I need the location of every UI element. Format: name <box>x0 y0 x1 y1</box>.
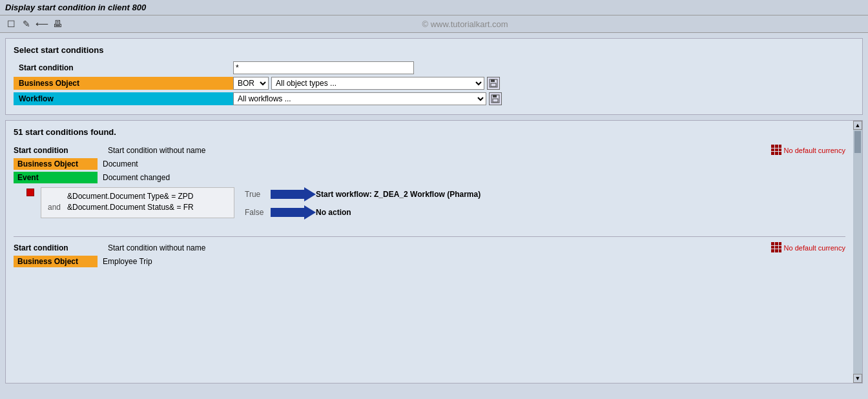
edit-icon[interactable]: ✎ <box>21 18 32 30</box>
result-1-false-arrow <box>271 205 316 220</box>
print-icon[interactable]: 🖶 <box>52 18 63 30</box>
result-1-false-label: False <box>245 208 271 217</box>
scroll-down-arrow[interactable]: ▼ <box>853 374 862 383</box>
svg-rect-10 <box>775 148 778 151</box>
svg-rect-5 <box>493 99 498 102</box>
result-2-no-default-text: No default currency <box>784 244 845 252</box>
svg-marker-16 <box>271 205 316 220</box>
result-2-sc-value: Start condition without name <box>108 243 205 252</box>
no-default-icon-grid-2 <box>771 242 781 254</box>
svg-rect-1 <box>491 79 495 82</box>
result-divider <box>14 236 845 237</box>
result-1-no-default-text: No default currency <box>784 147 845 154</box>
svg-rect-2 <box>491 83 496 87</box>
result-1-cond-2-conn: and <box>48 203 67 212</box>
title-text: Display start condition in client 800 <box>5 3 146 12</box>
scroll-track <box>853 154 862 374</box>
svg-rect-17 <box>771 242 774 245</box>
business-object-controls: BOR All object types ... <box>233 77 854 90</box>
workflow-dropdown[interactable]: All workflows ... <box>233 92 486 105</box>
workflow-label: Workflow <box>14 92 233 105</box>
workflow-controls: All workflows ... <box>233 92 854 105</box>
result-entry-1: Start condition Start condition without … <box>14 145 845 223</box>
result-1-red-square <box>26 189 34 196</box>
start-condition-label: Start condition <box>14 61 233 74</box>
svg-rect-25 <box>779 249 781 252</box>
result-1-bo-label: Business Object <box>14 158 98 170</box>
result-1-false-action-text: No action <box>316 208 351 217</box>
svg-marker-15 <box>271 187 316 201</box>
scroll-thumb[interactable] <box>854 131 861 153</box>
result-1-status-row: Start condition Start condition without … <box>14 145 845 156</box>
result-1-sc-value: Start condition without name <box>108 146 205 155</box>
result-1-bo-row: Business Object Document <box>14 158 845 170</box>
result-1-actions: True Start workflow: Z_DEA_2 Workflow (P… <box>245 187 480 223</box>
svg-rect-4 <box>493 95 497 97</box>
result-1-false-action-row: False No action <box>245 205 480 220</box>
result-1-conditions: &Document.Document Type& = ZPD and &Docu… <box>41 187 234 218</box>
results-section: 51 start conditions found. Start conditi… <box>5 120 863 384</box>
result-1-cond-1-text: &Document.Document Type& = ZPD <box>67 192 194 201</box>
result-2-status-row: Start condition Start condition without … <box>14 242 845 254</box>
section-title: Select start conditions <box>14 45 854 55</box>
start-condition-input[interactable] <box>233 61 414 74</box>
svg-rect-22 <box>779 246 781 249</box>
result-2-bo-label: Business Object <box>14 256 98 267</box>
svg-rect-19 <box>779 242 781 245</box>
start-condition-controls <box>233 61 854 74</box>
workflow-row: Workflow All workflows ... <box>14 92 854 105</box>
no-default-icon-grid <box>771 145 781 156</box>
result-1-true-label: True <box>245 190 271 199</box>
result-1-no-default: No default currency <box>771 145 845 156</box>
toolbar: ☐ ✎ ⟵ 🖶 © www.tutorialkart.com <box>0 15 868 33</box>
result-entry-2: Start condition Start condition without … <box>14 242 845 267</box>
result-1-cond-2: and &Document.Document Status& = FR <box>48 203 227 212</box>
svg-rect-12 <box>771 152 774 155</box>
svg-rect-11 <box>779 148 781 151</box>
result-1-condition-block: &Document.Document Type& = ZPD and &Docu… <box>26 187 845 223</box>
result-2-bo-row: Business Object Employee Trip <box>14 256 845 267</box>
select-conditions-section: Select start conditions Start condition … <box>5 38 863 115</box>
result-1-cond-1: &Document.Document Type& = ZPD <box>48 192 227 201</box>
result-1-cond-2-text: &Document.Document Status& = FR <box>67 203 194 212</box>
start-condition-row: Start condition <box>14 61 854 74</box>
result-1-event-row: Event Document changed <box>14 172 845 183</box>
svg-rect-18 <box>775 242 778 245</box>
svg-rect-13 <box>775 152 778 155</box>
result-2-bo-value: Employee Trip <box>103 257 152 266</box>
svg-rect-23 <box>771 249 774 252</box>
svg-rect-6 <box>771 145 774 148</box>
svg-rect-9 <box>771 148 774 151</box>
result-1-true-action-row: True Start workflow: Z_DEA_2 Workflow (P… <box>245 187 480 201</box>
svg-rect-8 <box>779 145 781 148</box>
svg-rect-24 <box>775 249 778 252</box>
result-1-event-value: Document changed <box>103 173 170 182</box>
svg-rect-14 <box>779 152 781 155</box>
title-bar: Display start condition in client 800 <box>0 0 868 15</box>
scroll-up-arrow[interactable]: ▲ <box>853 121 862 130</box>
result-1-event-label: Event <box>14 172 98 183</box>
back-icon[interactable]: ⟵ <box>36 18 48 30</box>
workflow-save-button[interactable] <box>489 92 502 105</box>
results-inner: 51 start conditions found. Start conditi… <box>6 121 862 383</box>
result-1-true-arrow <box>271 187 316 201</box>
business-object-row: Business Object BOR All object types ... <box>14 77 854 90</box>
business-object-label: Business Object <box>14 77 233 90</box>
scrollbar[interactable]: ▲ ▼ <box>853 121 862 383</box>
new-icon[interactable]: ☐ <box>5 18 17 30</box>
svg-rect-7 <box>775 145 778 148</box>
results-count: 51 start conditions found. <box>14 127 845 137</box>
result-2-sc-label: Start condition <box>14 243 98 252</box>
result-2-no-default: No default currency <box>771 242 845 254</box>
result-1-bo-value: Document <box>103 159 138 169</box>
svg-rect-21 <box>775 246 778 249</box>
result-1-sc-label: Start condition <box>14 146 98 155</box>
watermark: © www.tutorialkart.com <box>67 19 863 29</box>
object-types-dropdown[interactable]: All object types ... <box>271 77 484 90</box>
bor-type-dropdown[interactable]: BOR <box>233 77 269 90</box>
svg-rect-20 <box>771 246 774 249</box>
result-1-true-action-text: Start workflow: Z_DEA_2 Workflow (Pharma… <box>316 190 480 199</box>
business-object-save-button[interactable] <box>487 77 500 90</box>
main-content: Select start conditions Start condition … <box>0 33 868 393</box>
